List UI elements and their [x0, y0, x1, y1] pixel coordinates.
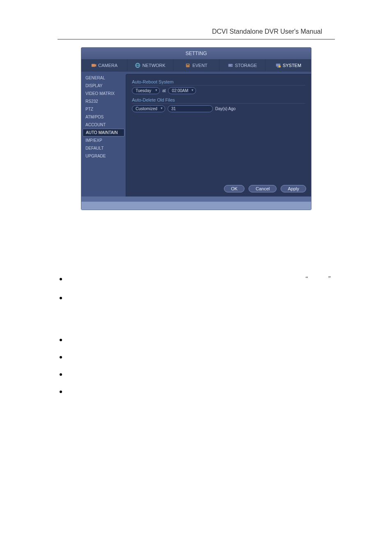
bullet-list: “ ” — [60, 275, 331, 405]
svg-point-8 — [231, 65, 232, 66]
tab-label: NETWORK — [142, 63, 165, 68]
footer-strip — [81, 201, 311, 210]
sidebar-item-ptz[interactable]: PTZ — [81, 105, 126, 113]
content-panel: Auto-Reboot System Tuesday at 02:00AM Au… — [126, 74, 311, 197]
bullet-dot-icon — [60, 356, 62, 358]
window-title: SETTING — [81, 48, 311, 59]
bullet-dot-icon — [60, 297, 62, 299]
ok-button[interactable]: OK — [224, 185, 244, 192]
tab-label: STORAGE — [235, 63, 257, 68]
list-item: “ ” — [60, 275, 331, 282]
section-auto-reboot: Auto-Reboot System — [132, 79, 305, 86]
sidebar-item-auto-maintain[interactable]: AUTO MAINTAIN — [83, 129, 125, 136]
tab-system[interactable]: SYSTEM — [265, 59, 311, 71]
tab-label: SYSTEM — [283, 63, 301, 68]
svg-marker-1 — [95, 64, 96, 67]
list-item — [60, 354, 331, 358]
list-item — [60, 336, 331, 341]
quote-marks: “ ” — [306, 275, 331, 282]
sidebar-item-upgrade[interactable]: UPGRADE — [81, 152, 126, 160]
section-auto-delete: Auto-Delete Old Files — [132, 97, 305, 104]
bullet-dot-icon — [60, 339, 62, 341]
network-icon — [135, 62, 141, 68]
tab-camera[interactable]: CAMERA — [81, 59, 127, 71]
header-rule — [58, 39, 335, 39]
bullet-dot-icon — [60, 373, 62, 376]
list-item — [60, 371, 331, 376]
bullet-dot-icon — [60, 391, 62, 393]
sidebar-item-atmpos[interactable]: ATM/POS — [81, 113, 126, 121]
spacer — [81, 197, 311, 201]
event-icon — [185, 62, 191, 68]
apply-button[interactable]: Apply — [281, 185, 306, 192]
cancel-button[interactable]: Cancel — [249, 185, 277, 192]
tab-bar: CAMERA NETWORK EVENT STORAGE SYSTEM — [81, 59, 311, 72]
at-label: at — [162, 88, 166, 93]
storage-icon — [228, 62, 233, 68]
settings-window: SETTING CAMERA NETWORK EVENT STORAGE — [81, 47, 311, 210]
reboot-time-select[interactable]: 02:00AM — [168, 87, 196, 94]
delete-mode-select[interactable]: Customized — [132, 105, 165, 112]
button-row: OK Cancel Apply — [224, 185, 306, 192]
system-icon — [275, 62, 281, 68]
svg-rect-0 — [92, 64, 95, 67]
tab-storage[interactable]: STORAGE — [219, 59, 265, 71]
tab-event[interactable]: EVENT — [173, 59, 219, 71]
svg-rect-6 — [187, 64, 189, 65]
main-area: GENERAL DISPLAY VIDEO MATRIX RS232 PTZ A… — [81, 72, 311, 197]
tab-label: CAMERA — [98, 63, 118, 68]
bullet-dot-icon — [60, 278, 62, 280]
tab-label: EVENT — [192, 63, 208, 68]
sidebar-item-impexp[interactable]: IMP/EXP — [81, 136, 126, 144]
list-item — [60, 294, 331, 299]
sidebar-item-default[interactable]: DEFAULT — [81, 144, 126, 152]
tab-network[interactable]: NETWORK — [127, 59, 173, 71]
sidebar: GENERAL DISPLAY VIDEO MATRIX RS232 PTZ A… — [81, 72, 126, 197]
days-ago-label: Day(s) Ago — [215, 106, 235, 111]
page-header: DCVI Standalone DVR User's Manual — [212, 28, 322, 35]
reboot-day-select[interactable]: Tuesday — [132, 87, 160, 94]
sidebar-item-display[interactable]: DISPLAY — [81, 82, 126, 90]
list-item — [60, 388, 331, 393]
sidebar-item-account[interactable]: ACCOUNT — [81, 121, 126, 129]
sidebar-item-general[interactable]: GENERAL — [81, 74, 126, 82]
delete-days-input[interactable]: 31 — [168, 105, 213, 112]
svg-point-11 — [279, 65, 281, 67]
svg-rect-5 — [186, 63, 190, 67]
camera-icon — [91, 62, 97, 68]
sidebar-item-rs232[interactable]: RS232 — [81, 97, 126, 105]
sidebar-item-video-matrix[interactable]: VIDEO MATRIX — [81, 90, 126, 97]
